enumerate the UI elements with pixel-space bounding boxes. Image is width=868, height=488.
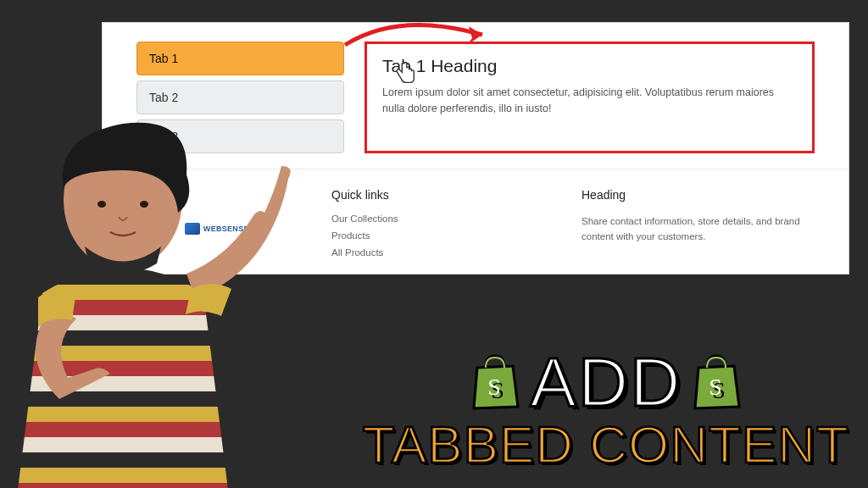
title-line-2: TABBED CONTENT xyxy=(363,419,849,471)
tab-heading: Tab 1 Heading xyxy=(382,56,797,76)
footer-info-column: Heading Share contact information, store… xyxy=(581,188,815,264)
footer-link-all-products[interactable]: All Products xyxy=(331,247,565,258)
footer-link-collections[interactable]: Our Collections xyxy=(331,214,565,224)
video-title-overlay: S ADD S TABBED CONTENT xyxy=(363,349,849,471)
presenter-person xyxy=(0,107,348,488)
svg-rect-13 xyxy=(0,422,348,437)
footer-info-text: Share contact information, store details… xyxy=(581,214,815,245)
svg-text:S: S xyxy=(709,374,725,400)
title-word-add: ADD xyxy=(530,349,682,415)
tab-body-text: Lorem ipsum dolor sit amet consectetur, … xyxy=(382,85,797,118)
svg-rect-12 xyxy=(0,407,348,422)
tab-1[interactable]: Tab 1 xyxy=(136,42,344,75)
title-line-1: S ADD S xyxy=(363,349,849,415)
svg-rect-14 xyxy=(0,437,348,452)
svg-rect-15 xyxy=(0,452,348,468)
tab-content-panel: Tab 1 Heading Lorem ipsum dolor sit amet… xyxy=(364,42,815,153)
svg-point-3 xyxy=(140,201,148,208)
svg-rect-17 xyxy=(0,483,348,488)
svg-rect-11 xyxy=(0,391,348,407)
svg-text:S: S xyxy=(487,374,503,400)
svg-point-2 xyxy=(97,201,106,208)
quicklinks-heading: Quick links xyxy=(331,188,565,202)
shopify-icon: S xyxy=(469,352,521,412)
svg-rect-16 xyxy=(0,468,348,483)
shopify-icon: S xyxy=(690,352,743,412)
footer-link-products[interactable]: Products xyxy=(331,230,565,241)
footer-quicklinks-column: Quick links Our Collections Products All… xyxy=(331,188,565,264)
footer-info-heading: Heading xyxy=(581,188,815,202)
